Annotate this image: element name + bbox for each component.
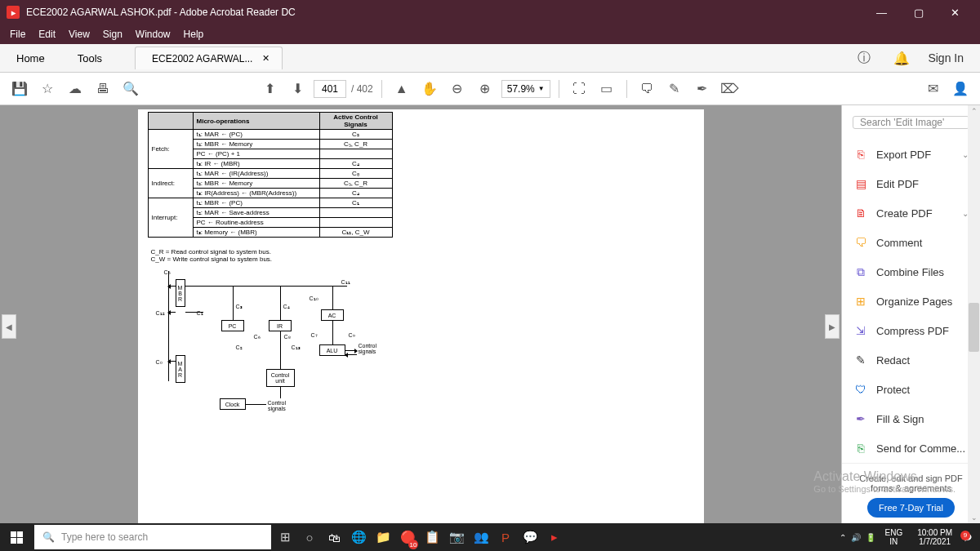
tool-item-compress-pdf[interactable]: ⇲Compress PDF	[842, 316, 980, 345]
store-icon[interactable]: 🛍	[322, 523, 346, 551]
tool-item-organize-pages[interactable]: ⊞Organize Pages	[842, 287, 980, 316]
tab-tools[interactable]: Tools	[61, 44, 118, 72]
window-title: ECE2002 AGARWAL ASHOK.pdf - Adobe Acroba…	[26, 7, 296, 18]
share-icon[interactable]: ✉	[921, 78, 944, 100]
tool-item-create-pdf[interactable]: 🗎Create PDF⌄	[842, 198, 980, 228]
notifications-icon[interactable]: 💬	[962, 533, 972, 542]
powerpoint-icon[interactable]: P	[493, 523, 518, 551]
language-indicator[interactable]: ENGIN	[880, 528, 908, 546]
tool-item-redact[interactable]: ✎Redact	[842, 345, 980, 375]
menu-file[interactable]: File	[3, 29, 32, 40]
comment-icon[interactable]: 🗨	[635, 78, 658, 100]
tab-bar: Home Tools ECE2002 AGARWAL... ✕ ⓘ 🔔 Sign…	[0, 44, 980, 73]
battery-icon[interactable]: 🔋	[866, 533, 875, 542]
menu-edit[interactable]: Edit	[32, 29, 62, 40]
volume-icon[interactable]: 🔊	[851, 533, 861, 542]
save-icon[interactable]: 💾	[8, 78, 31, 100]
document-tab-close-icon[interactable]: ✕	[262, 53, 270, 64]
menu-view[interactable]: View	[62, 29, 96, 40]
sign-in-link[interactable]: Sign In	[928, 51, 964, 64]
menu-window[interactable]: Window	[129, 29, 177, 40]
bell-icon[interactable]: 🔔	[890, 47, 913, 69]
menu-sign[interactable]: Sign	[96, 29, 129, 40]
window-titlebar: ▸ ECE2002 AGARWAL ASHOK.pdf - Adobe Acro…	[0, 0, 980, 24]
next-page-button[interactable]: ▶	[825, 314, 840, 339]
tool-item-export-pdf[interactable]: ⎘Export PDF⌄	[842, 140, 980, 169]
tool-icon: ⎘	[853, 441, 868, 455]
star-icon[interactable]: ☆	[36, 78, 59, 100]
more-icon[interactable]: 👤	[949, 78, 972, 100]
panel-scrollbar[interactable]: ⌃⌄	[968, 105, 980, 523]
fit-width-icon[interactable]: ⛶	[568, 78, 590, 100]
tab-home[interactable]: Home	[0, 44, 61, 72]
tools-search-input[interactable]: Search 'Edit Image'	[853, 116, 969, 129]
system-tray: ⌃ 🔊 🔋 ENGIN 10:00 PM1/7/2021 💬	[840, 528, 980, 546]
task-view-icon[interactable]: ⊞	[273, 523, 297, 551]
windows-taskbar: 🔍 Type here to search ⊞ ○ 🛍 🌐 📁 🔴 📋 📷 👥 …	[0, 523, 980, 551]
toolbar: 💾 ☆ ☁ 🖶 🔍 ⬆ ⬇ / 402 ▲ ✋ ⊖ ⊕ 57.9%▼ ⛶ ▭ 🗨…	[0, 73, 980, 105]
selection-tool-icon[interactable]: ▲	[390, 78, 413, 100]
minimize-button[interactable]: —	[863, 0, 900, 24]
file-explorer-icon[interactable]: 📁	[371, 523, 395, 551]
sign-icon[interactable]: ✒	[691, 78, 714, 100]
page-total: / 402	[351, 83, 373, 95]
document-viewport: ◀ ▶ Micro-operations Active Control Sign…	[0, 105, 841, 523]
tool-icon: ⊞	[853, 294, 868, 309]
pdf-page: Micro-operations Active Control Signals …	[138, 109, 704, 523]
tool-item-protect[interactable]: 🛡Protect	[842, 375, 980, 404]
chrome-icon[interactable]: 🔴	[395, 523, 420, 551]
micro-operations-table: Micro-operations Active Control Signals …	[148, 112, 393, 238]
help-icon[interactable]: ⓘ	[853, 47, 875, 69]
page-down-icon[interactable]: ⬇	[286, 78, 309, 100]
tools-panel: ⌃⌄ Search 'Edit Image' ⎘Export PDF⌄▤Edit…	[841, 105, 980, 523]
tool-icon: ▤	[853, 176, 868, 191]
menu-bar: File Edit View Sign Window Help	[0, 24, 980, 44]
tool-icon: ✎	[853, 353, 868, 367]
tool-item-edit-pdf[interactable]: ▤Edit PDF	[842, 169, 980, 198]
clock[interactable]: 10:00 PM1/7/2021	[912, 528, 957, 546]
menu-help[interactable]: Help	[177, 29, 211, 40]
taskbar-search-input[interactable]: 🔍 Type here to search	[34, 525, 271, 549]
camera-icon[interactable]: 📷	[444, 523, 469, 551]
tool-icon: 🗨	[853, 235, 868, 250]
page-up-icon[interactable]: ⬆	[258, 78, 281, 100]
tool-icon: ⧉	[853, 264, 868, 279]
cortana-icon[interactable]: ○	[297, 523, 322, 551]
cpu-block-diagram: M B R M A R PC IR AC ALU Control unit Cl…	[148, 271, 385, 430]
table-notes: C_R = Read control signal to system bus.…	[151, 248, 273, 263]
search-icon: 🔍	[42, 531, 55, 543]
stamp-icon[interactable]: ⌦	[719, 78, 742, 100]
tool-item-fill-sign[interactable]: ✒Fill & Sign	[842, 404, 980, 433]
hand-tool-icon[interactable]: ✋	[418, 78, 441, 100]
prev-page-button[interactable]: ◀	[2, 314, 16, 339]
zoom-out-icon[interactable]: ⊖	[446, 78, 469, 100]
office-icon[interactable]: 📋	[420, 523, 444, 551]
zoom-level-select[interactable]: 57.9%▼	[501, 80, 550, 98]
print-icon[interactable]: 🖶	[91, 78, 114, 100]
maximize-button[interactable]: ▢	[900, 0, 937, 24]
free-trial-button[interactable]: Free 7-Day Trial	[867, 498, 955, 518]
highlight-icon[interactable]: ✎	[663, 78, 686, 100]
document-tab[interactable]: ECE2002 AGARWAL... ✕	[135, 47, 283, 69]
tool-icon: ✒	[853, 411, 868, 426]
close-button[interactable]: ✕	[937, 0, 973, 24]
whatsapp-icon[interactable]: 💬	[518, 523, 542, 551]
tool-item-comment[interactable]: 🗨Comment	[842, 228, 980, 257]
app-icon: ▸	[7, 6, 20, 19]
adobe-reader-taskbar-icon[interactable]: ▸	[542, 523, 567, 551]
zoom-in-icon[interactable]: ⊕	[474, 78, 497, 100]
tool-icon: ⇲	[853, 323, 868, 338]
edge-icon[interactable]: 🌐	[346, 523, 371, 551]
read-mode-icon[interactable]: ▭	[595, 78, 618, 100]
tool-icon: ⎘	[853, 147, 868, 162]
tray-expand-icon[interactable]: ⌃	[840, 533, 846, 542]
teams-icon[interactable]: 👥	[469, 523, 493, 551]
page-number-input[interactable]	[314, 80, 346, 98]
promo-block: Create, edit and sign PDF forms & agreem…	[842, 463, 980, 527]
search-icon[interactable]: 🔍	[119, 78, 142, 100]
start-button[interactable]	[0, 523, 33, 551]
tool-item-combine-files[interactable]: ⧉Combine Files	[842, 257, 980, 287]
tool-item-send-for-comme-[interactable]: ⎘Send for Comme...	[842, 433, 980, 463]
tool-icon: 🛡	[853, 382, 868, 397]
cloud-icon[interactable]: ☁	[64, 78, 87, 100]
